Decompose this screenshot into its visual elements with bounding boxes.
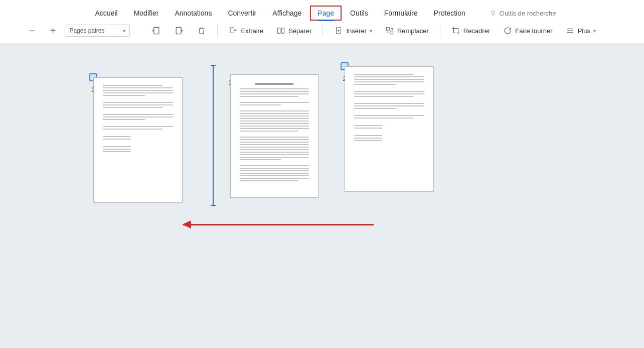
chevron-down-icon: ▾ (593, 28, 596, 34)
insert-position-marker (213, 65, 214, 206)
page-thumbnail-2[interactable]: 2 (341, 62, 349, 82)
zoom-in-button[interactable]: + (50, 25, 56, 37)
split-icon (276, 26, 285, 35)
page-filter-value: Pages paires (69, 27, 104, 34)
tab-annotations[interactable]: Annotations (168, 6, 219, 20)
app-bar: Accueil Modifier Annotations Convertir A… (0, 0, 644, 43)
tab-convertir[interactable]: Convertir (221, 6, 263, 20)
chevron-down-icon: ▾ (370, 28, 372, 34)
replace-button[interactable]: Remplacer (381, 24, 433, 37)
rotate-button[interactable]: Faire tourner (499, 24, 556, 37)
extract-icon (229, 26, 238, 35)
tab-outils[interactable]: Outils (343, 6, 375, 20)
svg-rect-4 (277, 28, 280, 34)
tab-formulaire[interactable]: Formulaire (377, 6, 425, 20)
insert-blank-left-button[interactable] (147, 24, 165, 38)
crop-button[interactable]: Recadrer (447, 24, 494, 37)
split-label: Séparer (288, 27, 311, 35)
svg-rect-7 (386, 27, 389, 30)
more-icon (566, 26, 575, 35)
insert-button[interactable]: Insérer ▾ (330, 24, 376, 37)
replace-label: Remplacer (397, 27, 429, 35)
chevron-down-icon: ▾ (123, 28, 125, 34)
extract-label: Extraire (241, 27, 263, 35)
lightbulb-icon (490, 10, 497, 17)
tab-protection[interactable]: Protection (427, 6, 472, 20)
search-tools-label: Outils de recherche (500, 10, 556, 17)
trash-icon (197, 26, 206, 35)
svg-rect-3 (230, 28, 234, 33)
toolbar-divider (440, 25, 440, 36)
toolbar-row: − + Pages paires ▾ Extraire Séparer (0, 20, 644, 43)
toolbar-divider (217, 25, 218, 36)
rotate-label: Faire tourner (515, 27, 552, 35)
tab-accueil[interactable]: Accueil (88, 6, 125, 20)
svg-point-0 (492, 11, 495, 14)
page-thumbnail-1[interactable]: 1 (228, 68, 232, 86)
page-thumbnail-drag[interactable]: 2 (89, 73, 97, 93)
drag-direction-arrow (183, 224, 374, 225)
svg-rect-8 (390, 31, 393, 34)
crop-label: Recadrer (463, 27, 490, 35)
main-tabs-row: Accueil Modifier Annotations Convertir A… (0, 0, 644, 20)
more-label: Plus (578, 27, 590, 35)
toolbar-divider (323, 25, 323, 36)
page-filter-select[interactable]: Pages paires ▾ (65, 25, 130, 37)
rotate-icon (503, 26, 512, 35)
crop-icon (451, 26, 460, 35)
extract-button[interactable]: Extraire (225, 24, 267, 37)
insert-blank-right-button[interactable] (170, 24, 188, 38)
search-tools[interactable]: Outils de recherche (490, 10, 556, 17)
replace-icon (385, 26, 394, 35)
delete-page-button[interactable] (193, 24, 210, 37)
more-button[interactable]: Plus ▾ (562, 24, 600, 37)
insert-icon (334, 26, 343, 35)
svg-rect-1 (154, 27, 159, 34)
zoom-out-button[interactable]: − (29, 25, 35, 37)
tab-modifier[interactable]: Modifier (127, 6, 166, 20)
split-button[interactable]: Séparer (272, 24, 315, 37)
tab-affichage[interactable]: Affichage (265, 6, 308, 20)
page-right-icon (174, 26, 184, 36)
svg-rect-2 (177, 27, 182, 34)
svg-rect-5 (282, 28, 284, 34)
page-left-icon (151, 26, 161, 36)
tab-page[interactable]: Page (310, 6, 341, 20)
zoom-controls: − + (29, 25, 56, 37)
page-thumbnails-canvas: 2 (0, 43, 644, 348)
insert-label: Insérer (346, 27, 366, 35)
